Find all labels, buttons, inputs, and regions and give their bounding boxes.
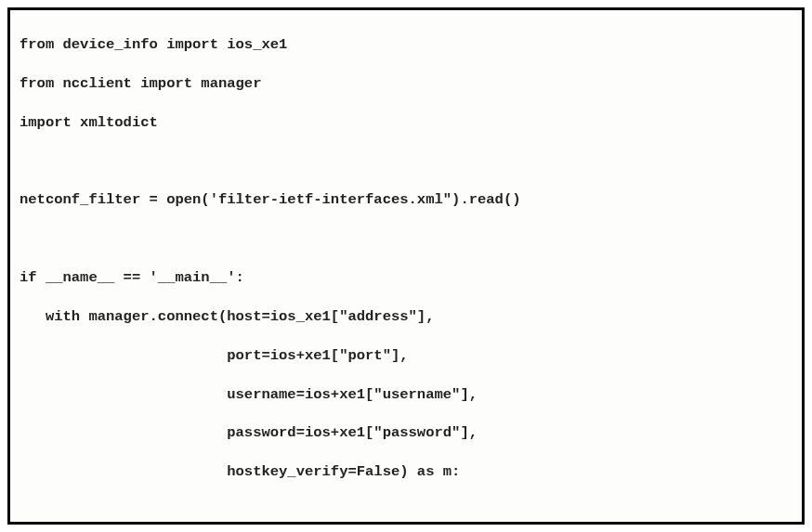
code-line: from device_info import ios_xe1: [20, 35, 792, 55]
code-line: port=ios+xe1["port"],: [20, 346, 792, 366]
code-line: [20, 229, 792, 249]
code-line: username=ios+xe1["username"],: [20, 385, 792, 405]
code-line: from ncclient import manager: [20, 74, 792, 94]
code-line: netconf_filter = open('filter-ietf-inter…: [20, 190, 792, 210]
code-line: password=ios+xe1["password"],: [20, 423, 792, 443]
code-line: if __name__ == '__main__':: [20, 268, 792, 288]
code-line: [20, 151, 792, 171]
code-line: import xmltodict: [20, 113, 792, 133]
code-block: from device_info import ios_xe1 from ncc…: [7, 7, 805, 525]
code-line: hostkey_verify=False) as m:: [20, 462, 792, 482]
code-line: [20, 501, 792, 521]
code-line: with manager.connect(host=ios_xe1["addre…: [20, 307, 792, 327]
